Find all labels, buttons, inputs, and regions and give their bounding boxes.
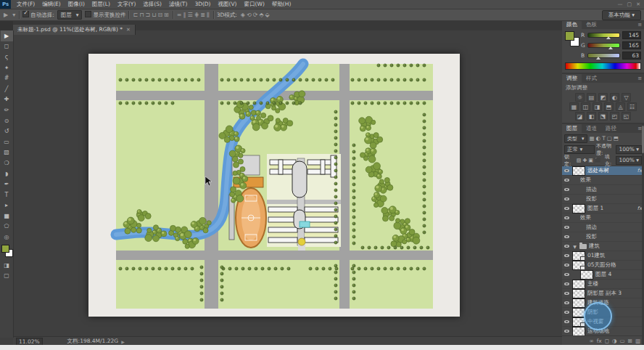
- visibility-toggle[interactable]: [564, 196, 570, 202]
- auto-select-checkbox[interactable]: [22, 11, 29, 17]
- auto-select-target-select[interactable]: 图层▾: [57, 10, 83, 20]
- menu-item-6[interactable]: 滤镜(T): [165, 1, 191, 7]
- visibility-toggle[interactable]: [564, 328, 570, 334]
- layer-thumbnail[interactable]: [572, 298, 585, 308]
- levels-icon[interactable]: ▤: [587, 93, 596, 102]
- slider-value-G[interactable]: 165: [622, 41, 641, 49]
- layer-row[interactable]: 01建筑: [562, 251, 644, 261]
- screen-mode-icon[interactable]: ▢: [1, 270, 13, 281]
- filter-icon-0[interactable]: ▦: [590, 135, 595, 142]
- visibility-toggle[interactable]: [564, 300, 570, 306]
- path-select-tool[interactable]: ▸: [1, 200, 13, 211]
- visibility-toggle[interactable]: [564, 309, 570, 315]
- layer-effect-row[interactable]: 投影: [562, 232, 644, 242]
- layer-thumbnail[interactable]: [572, 327, 585, 336]
- layer-row[interactable]: 图层 1fx: [562, 204, 644, 213]
- lock-image-icon[interactable]: ▣: [588, 158, 593, 163]
- menu-item-0[interactable]: 文件(F): [13, 1, 38, 7]
- layer-effect-row[interactable]: 效果: [562, 176, 644, 185]
- brightness-contrast-icon[interactable]: ☼: [575, 93, 585, 102]
- filter-icon-3[interactable]: ▢: [607, 135, 612, 142]
- distribute-icon-2[interactable]: ☰: [186, 12, 193, 18]
- layer-thumbnail[interactable]: [572, 261, 585, 270]
- visibility-toggle[interactable]: [564, 281, 570, 287]
- type-tool[interactable]: T: [1, 190, 13, 200]
- delete-layer-icon[interactable]: ▥: [635, 338, 640, 344]
- zoom-level-field[interactable]: 11.02%: [16, 338, 43, 346]
- layer-effect-row[interactable]: 效果: [562, 213, 644, 223]
- site-plan-image[interactable]: [88, 54, 460, 317]
- foreground-color-swatch[interactable]: [565, 31, 574, 41]
- distribute-icon-5[interactable]: ⫼: [206, 12, 210, 18]
- workspace-switcher-button[interactable]: 基本功能 ▾: [602, 10, 641, 20]
- gradient-map-icon[interactable]: ◰: [610, 112, 619, 121]
- layers-tab-通道[interactable]: 通道: [582, 124, 601, 133]
- visibility-toggle[interactable]: [564, 290, 570, 296]
- layer-row[interactable]: 图层 4: [562, 270, 644, 280]
- layer-thumbnail[interactable]: [572, 204, 585, 213]
- layer-effect-row[interactable]: 投影: [562, 195, 644, 204]
- visibility-toggle[interactable]: [564, 234, 570, 240]
- threshold-icon[interactable]: ⬔: [598, 112, 608, 121]
- adjustments-tab-样式[interactable]: 样式: [582, 74, 601, 83]
- align-icon-0[interactable]: ⊏: [132, 12, 139, 18]
- close-icon[interactable]: ✕: [636, 1, 640, 7]
- visibility-toggle[interactable]: [564, 253, 570, 259]
- link-layers-icon[interactable]: ∞: [589, 338, 593, 344]
- panel-menu-icon[interactable]: ≡: [637, 20, 644, 29]
- slider-value-B[interactable]: 63: [622, 52, 641, 60]
- layers-tab-图层[interactable]: 图层: [562, 124, 582, 133]
- menu-item-8[interactable]: 视图(V): [215, 1, 241, 7]
- lasso-tool[interactable]: ς: [1, 52, 13, 62]
- marquee-tool[interactable]: ◻: [1, 41, 13, 52]
- slider-value-R[interactable]: 145: [622, 31, 641, 39]
- slider-track-G[interactable]: [587, 43, 620, 48]
- channel-mixer-icon[interactable]: ◬: [616, 102, 625, 111]
- document-tab[interactable]: 未标题-1.psd @ 11%(远处布树, RGB/8) * ✕: [13, 25, 136, 35]
- clone-stamp-tool[interactable]: ⊙: [1, 115, 13, 126]
- restore-icon[interactable]: ▢: [627, 1, 632, 7]
- layer-row[interactable]: 主楼: [562, 280, 644, 289]
- eraser-tool[interactable]: ▭: [1, 137, 13, 147]
- move-tool-preset-icon[interactable]: ▶: [3, 12, 9, 18]
- align-icon-2[interactable]: ⊐: [144, 12, 151, 18]
- invert-icon[interactable]: ◪: [575, 112, 585, 121]
- expand-caret-icon[interactable]: ▼: [572, 244, 577, 249]
- filter-type-select[interactable]: 类型▾: [564, 134, 587, 143]
- adjustments-tab-调整[interactable]: 调整: [562, 74, 582, 83]
- new-group-icon[interactable]: ▭: [620, 338, 625, 344]
- brush-tool[interactable]: ✏: [1, 105, 13, 115]
- close-tab-icon[interactable]: ✕: [126, 27, 131, 33]
- distribute-icon-4[interactable]: ≣: [199, 12, 206, 18]
- color-lookup-icon[interactable]: ☷: [627, 102, 637, 111]
- visibility-toggle[interactable]: [564, 168, 570, 174]
- menu-item-10[interactable]: 帮助(H): [268, 1, 295, 7]
- healing-brush-tool[interactable]: ✚: [1, 94, 13, 105]
- minimize-icon[interactable]: —: [618, 1, 623, 7]
- 3d-mode-icon-4[interactable]: ⬙: [265, 12, 271, 18]
- lock-all-icon[interactable]: ⬛: [595, 158, 601, 163]
- layer-thumbnail[interactable]: [572, 166, 585, 176]
- 3d-mode-icon-1[interactable]: ⟲: [246, 12, 252, 18]
- slider-track-B[interactable]: [587, 53, 620, 58]
- menu-item-1[interactable]: 编辑(E): [38, 1, 65, 7]
- new-adjustment-icon[interactable]: ◑: [612, 338, 617, 344]
- color-spectrum-ramp[interactable]: [565, 62, 641, 70]
- layer-effect-row[interactable]: 描边: [562, 223, 644, 232]
- show-transform-checkbox[interactable]: [85, 11, 91, 17]
- photo-filter-icon[interactable]: ⬒: [604, 102, 614, 111]
- layer-thumbnail[interactable]: [572, 251, 585, 261]
- layer-effect-row[interactable]: 描边: [562, 185, 644, 195]
- layer-row[interactable]: 远处布树fx: [562, 166, 644, 176]
- eyedropper-tool[interactable]: ╱: [1, 84, 13, 94]
- zoom-tool[interactable]: ◎: [1, 232, 13, 243]
- visibility-toggle[interactable]: [564, 224, 570, 230]
- layers-tab-路径[interactable]: 路径: [601, 124, 621, 133]
- fill-field[interactable]: 100% ▾: [616, 156, 642, 165]
- layer-thumbnail[interactable]: [580, 270, 593, 280]
- hand-tool[interactable]: ⬠: [1, 221, 13, 232]
- preset-dropdown-icon[interactable]: ▾: [12, 12, 16, 18]
- add-mask-icon[interactable]: ◻: [605, 338, 609, 344]
- visibility-toggle[interactable]: [564, 243, 570, 249]
- dodge-tool[interactable]: ◗: [1, 168, 13, 179]
